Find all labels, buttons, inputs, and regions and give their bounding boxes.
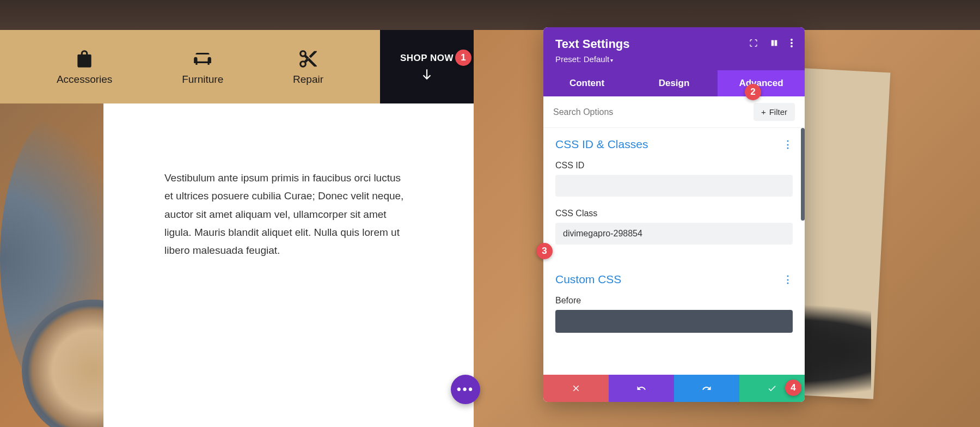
undo-button[interactable]	[609, 375, 674, 402]
filter-button[interactable]: + Filter	[754, 103, 795, 121]
menu-item-label: Accessories	[57, 74, 112, 86]
category-menu-bar: Accessories Furniture Repair SHOP NOW	[0, 30, 474, 103]
before-label: Before	[555, 296, 793, 306]
svg-point-3	[791, 39, 793, 41]
bag-icon	[74, 48, 95, 69]
section-title-custom-css[interactable]: Custom CSS	[555, 273, 621, 286]
svg-point-4	[791, 42, 793, 44]
panel-body: CSS ID & Classes ⋮ CSS ID CSS Class Cust…	[543, 128, 805, 375]
text-settings-panel: Text Settings Preset: Default▾ Content D…	[543, 27, 805, 402]
section-custom-css-header: Custom CSS ⋮	[555, 273, 793, 286]
section-menu-button[interactable]: ⋮	[783, 138, 793, 150]
field-before: Before	[555, 296, 793, 333]
svg-point-5	[791, 45, 793, 47]
svg-rect-1	[771, 40, 774, 46]
search-filter-row: + Filter	[543, 96, 805, 128]
field-css-id: CSS ID	[555, 161, 793, 197]
annotation-badge-1: 1	[455, 50, 471, 66]
more-icon[interactable]	[791, 39, 793, 50]
content-body-text: Vestibulum ante ipsum primis in faucibus…	[164, 169, 408, 259]
menu-item-repair[interactable]: Repair	[293, 48, 323, 86]
snap-icon[interactable]	[770, 39, 779, 50]
module-options-fab[interactable]: •••	[451, 375, 480, 404]
chevron-down-icon: ▾	[610, 57, 613, 63]
before-code-input[interactable]	[555, 310, 793, 333]
tab-advanced[interactable]: Advanced	[718, 70, 805, 96]
panel-footer	[543, 375, 805, 402]
check-icon	[767, 383, 777, 393]
svg-rect-2	[775, 40, 777, 46]
panel-title: Text Settings	[555, 37, 630, 51]
expand-icon[interactable]	[749, 39, 758, 50]
plus-icon: +	[761, 107, 766, 117]
section-title-css[interactable]: CSS ID & Classes	[555, 138, 648, 151]
category-menu: Accessories Furniture Repair	[0, 30, 380, 103]
search-input[interactable]	[553, 107, 747, 117]
css-id-label: CSS ID	[555, 161, 793, 170]
shop-now-label: SHOP NOW	[400, 53, 454, 64]
shop-now-button[interactable]: SHOP NOW	[380, 30, 474, 103]
annotation-badge-2: 2	[745, 84, 761, 100]
preset-label: Preset: Default	[555, 54, 609, 64]
annotation-badge-3: 3	[536, 243, 553, 259]
panel-header-actions	[749, 39, 793, 50]
section-css-id-classes-header: CSS ID & Classes ⋮	[555, 138, 793, 151]
tab-content[interactable]: Content	[543, 70, 630, 96]
css-id-input[interactable]	[555, 175, 793, 197]
annotation-badge-4: 4	[785, 380, 801, 396]
preset-dropdown[interactable]: Preset: Default▾	[555, 54, 793, 64]
couch-icon	[192, 48, 213, 69]
ellipsis-icon: •••	[457, 382, 474, 396]
menu-item-furniture[interactable]: Furniture	[182, 48, 223, 86]
menu-item-label: Furniture	[182, 74, 223, 86]
filter-label: Filter	[769, 107, 787, 117]
field-css-class: CSS Class	[555, 209, 793, 245]
scissors-icon	[298, 48, 318, 69]
css-class-input[interactable]	[555, 223, 793, 245]
redo-button[interactable]	[674, 375, 739, 402]
panel-tabs: Content Design Advanced	[543, 70, 805, 96]
section-menu-button[interactable]: ⋮	[783, 273, 793, 285]
undo-icon	[636, 383, 646, 393]
arrow-down-icon	[420, 67, 434, 81]
scrollbar[interactable]	[801, 128, 805, 221]
menu-item-label: Repair	[293, 74, 323, 86]
css-class-label: CSS Class	[555, 209, 793, 218]
close-icon	[571, 383, 581, 393]
background-top	[0, 0, 980, 30]
menu-item-accessories[interactable]: Accessories	[57, 48, 112, 86]
panel-header: Text Settings Preset: Default▾	[543, 27, 805, 70]
content-panel: Vestibulum ante ipsum primis in faucibus…	[103, 103, 474, 427]
cancel-button[interactable]	[543, 375, 609, 402]
tab-design[interactable]: Design	[630, 70, 718, 96]
redo-icon	[702, 383, 712, 393]
